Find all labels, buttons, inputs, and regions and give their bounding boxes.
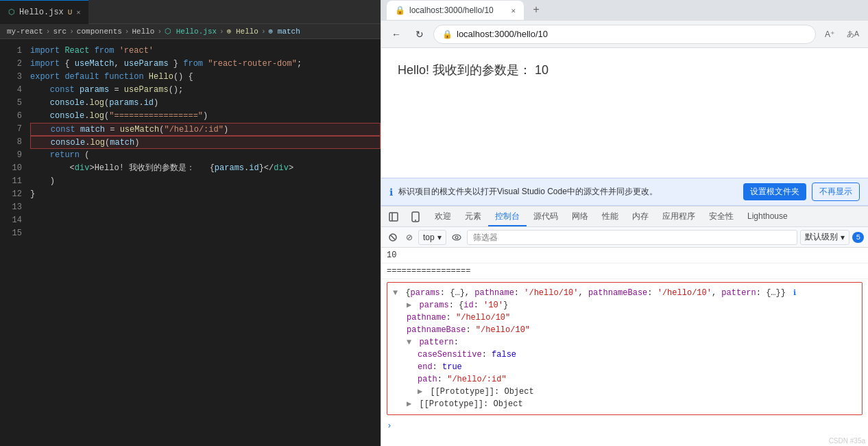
log-level-icon: ▾ — [841, 233, 845, 242]
breadcrumb-src[interactable]: src — [53, 27, 67, 36]
svg-point-6 — [453, 235, 461, 240]
code-line-1: import React from 'react' — [30, 45, 381, 58]
browser-tab-bar: 🔒 localhost:3000/hello/10 ✕ + — [381, 0, 868, 21]
console-pathname-row: pathname: "/hello/10" — [393, 312, 856, 324]
log-level-label: 默认级别 — [805, 231, 838, 243]
breadcrumb: my-react › src › components › Hello › ⬡ … — [0, 24, 381, 39]
code-line-12: } — [30, 188, 381, 201]
devtools-tab-performance[interactable]: 性能 — [595, 207, 625, 226]
security-icon: 🔒 — [442, 30, 453, 39]
browser-tab-title: localhost:3000/hello/10 — [409, 5, 507, 15]
devtools-icon-mobile[interactable] — [406, 207, 425, 226]
devtools-tab-network[interactable]: 网络 — [565, 207, 595, 226]
breadcrumb-file[interactable]: ⬡ Hello.jsx — [165, 27, 217, 36]
code-line-8: console.log(match) — [30, 136, 381, 149]
devtools-tab-lighthouse[interactable]: Lighthouse — [740, 207, 795, 226]
devtools-tab-sources[interactable]: 源代码 — [527, 207, 565, 226]
watermark: CSDN #35a — [829, 437, 865, 445]
translate-button[interactable]: あA — [843, 25, 863, 44]
console-end-row: end: true — [393, 361, 856, 373]
devtools-toolbar: ⊘ top ▾ 默认级别 ▾ 5 — [381, 227, 868, 248]
notification-info-icon: ℹ — [389, 187, 393, 198]
back-button[interactable]: ← — [387, 25, 406, 44]
breadcrumb-hello-folder[interactable]: Hello — [132, 27, 154, 36]
code-line-6: console.log("=================") — [30, 110, 381, 123]
console-object-header[interactable]: ▼ {params: {…}, pathname: '/hello/10', p… — [393, 287, 856, 299]
code-content[interactable]: import React from 'react' import { useMa… — [27, 39, 381, 446]
context-dropdown[interactable]: top ▾ — [418, 230, 446, 245]
favicon-icon: 🔒 — [395, 5, 405, 16]
set-root-folder-button[interactable]: 设置根文件夹 — [743, 183, 806, 200]
block-network-button[interactable]: ⊘ — [403, 230, 415, 245]
url-bar[interactable]: 🔒 localhost:3000/hello/10 — [433, 25, 816, 44]
clear-console-button[interactable] — [385, 230, 400, 245]
svg-point-7 — [455, 236, 458, 239]
breadcrumb-fn[interactable]: ⊕ Hello — [227, 27, 258, 36]
devtools-tab-console[interactable]: 控制台 — [488, 207, 527, 226]
browser-tab[interactable]: 🔒 localhost:3000/hello/10 ✕ — [387, 1, 524, 20]
code-line-13 — [30, 201, 381, 214]
context-dropdown-icon: ▾ — [437, 233, 442, 242]
tab-close-icon[interactable]: ✕ — [76, 8, 80, 16]
code-line-7: const match = useMatch("/hello/:id") — [30, 123, 381, 136]
devtools-panel: 欢迎 元素 控制台 源代码 网络 性能 内存 应用程序 安全性 Lighthou… — [381, 206, 868, 446]
browser-content: Hello! 我收到的参数是： 10 — [381, 48, 868, 178]
console-object-block: ▼ {params: {…}, pathname: '/hello/10', p… — [387, 282, 863, 415]
svg-line-5 — [391, 235, 395, 239]
console-line-number: 10 — [381, 248, 868, 263]
tab-filename: Hello.jsx — [19, 8, 64, 17]
error-count-badge: 5 — [852, 232, 864, 243]
console-pathnamebase-row: pathnameBase: "/hello/10" — [393, 324, 856, 336]
console-path-row: path: "/hello/:id" — [393, 373, 856, 386]
code-line-14 — [30, 214, 381, 227]
console-output: 10 ================= ▼ {params: {…}, pat… — [381, 248, 868, 446]
jsx-file-icon: ⬡ — [8, 8, 15, 16]
code-line-9: return ( — [30, 149, 381, 162]
nav-bar: ← ↻ 🔒 localhost:3000/hello/10 A⁺ あA — [381, 21, 868, 48]
devtools-tab-memory[interactable]: 内存 — [625, 207, 655, 226]
code-line-15 — [30, 227, 381, 240]
code-line-10: <div>Hello! 我收到的参数是： {params.id}</div> — [30, 162, 381, 175]
console-casesensitive-row: caseSensitive: false — [393, 349, 856, 361]
browser-panel: 🔒 localhost:3000/hello/10 ✕ + ← ↻ 🔒 loca… — [381, 0, 868, 446]
svg-point-3 — [415, 220, 416, 221]
devtools-tab-welcome[interactable]: 欢迎 — [428, 207, 458, 226]
editor-panel: ⬡ Hello.jsx U ✕ my-react › src › compone… — [0, 0, 381, 446]
console-prototype1-row[interactable]: ▶ [[Prototype]]: Object — [393, 386, 856, 398]
line-numbers: 1 2 3 4 5 6 7 8 9 10 11 12 13 14 15 — [0, 39, 27, 446]
eye-button[interactable] — [449, 230, 464, 245]
devtools-tab-security[interactable]: 安全性 — [702, 207, 740, 226]
editor-tabs: ⬡ Hello.jsx U ✕ — [0, 0, 381, 24]
devtools-tabs: 欢迎 元素 控制台 源代码 网络 性能 内存 应用程序 安全性 Lighthou… — [381, 207, 868, 227]
refresh-button[interactable]: ↻ — [410, 25, 429, 44]
console-params-row[interactable]: ▶ params: {id: '10'} — [393, 299, 856, 312]
devtools-icon-inspect[interactable] — [384, 207, 403, 226]
console-filter-input[interactable] — [467, 230, 798, 245]
code-area: 1 2 3 4 5 6 7 8 9 10 11 12 13 14 15 impo… — [0, 39, 381, 446]
console-pattern-header[interactable]: ▼ pattern: — [393, 336, 856, 349]
code-line-2: import { useMatch, useParams } from "rea… — [30, 58, 381, 71]
code-line-3: export default function Hello() { — [30, 71, 381, 84]
log-level-dropdown[interactable]: 默认级别 ▾ — [800, 230, 849, 245]
console-prototype2-row[interactable]: ▶ [[Prototype]]: Object — [393, 398, 856, 410]
page-output: Hello! 我收到的参数是： 10 — [398, 62, 852, 78]
svg-rect-0 — [389, 213, 398, 221]
reader-mode-button[interactable]: A⁺ — [820, 25, 839, 44]
breadcrumb-var[interactable]: ⊕ match — [269, 27, 300, 36]
url-text: localhost:3000/hello/10 — [457, 29, 807, 39]
tab-modified-indicator: U — [68, 8, 73, 16]
browser-tab-close-icon[interactable]: ✕ — [511, 6, 516, 15]
code-line-4: const params = useParams(); — [30, 84, 381, 97]
new-tab-button[interactable]: + — [527, 1, 546, 20]
devtools-tab-elements[interactable]: 元素 — [458, 207, 488, 226]
breadcrumb-components[interactable]: components — [77, 27, 122, 36]
dismiss-notification-button[interactable]: 不再显示 — [812, 183, 860, 201]
notification-bar: ℹ 标识项目的根文件夹以打开Visual Studio Code中的源文件并同步… — [381, 178, 868, 206]
code-line-11: ) — [30, 175, 381, 188]
context-label: top — [423, 233, 435, 242]
breadcrumb-myreact[interactable]: my-react — [7, 27, 43, 36]
devtools-tab-application[interactable]: 应用程序 — [655, 207, 702, 226]
console-prompt-icon: › — [387, 421, 392, 431]
code-line-5: console.log(params.id) — [30, 97, 381, 110]
editor-tab-hello[interactable]: ⬡ Hello.jsx U ✕ — [0, 0, 88, 24]
